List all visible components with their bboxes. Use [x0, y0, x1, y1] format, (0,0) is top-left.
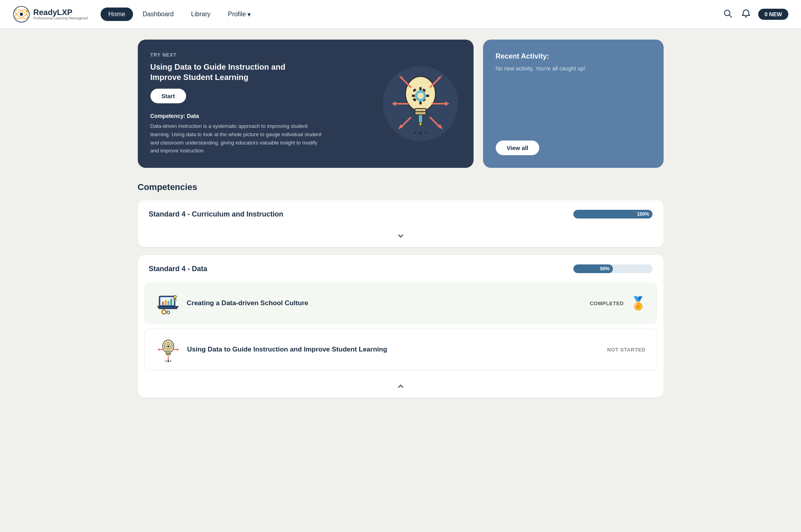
data-culture-icon	[155, 291, 181, 316]
logo-text: ReadyLXP Professional Learning Reimagine…	[33, 8, 88, 21]
main-content: TRY NEXT Using Data to Guide Instruction…	[124, 28, 678, 416]
svg-rect-12	[419, 87, 422, 90]
svg-marker-57	[177, 348, 179, 351]
expand-btn-2[interactable]	[138, 375, 664, 397]
expand-btn-1[interactable]	[138, 228, 664, 247]
try-next-label: TRY NEXT	[150, 52, 461, 58]
competency-name-2: Standard 4 - Data	[149, 265, 207, 273]
nav-library[interactable]: Library	[183, 8, 219, 21]
search-button[interactable]	[722, 8, 734, 21]
course-status-2: NOT STARTED	[607, 347, 646, 353]
competency-header-1: Standard 4 - Curriculum and Instruction …	[138, 200, 664, 228]
svg-rect-10	[415, 112, 426, 115]
progress-pct-2: 50%	[600, 266, 609, 272]
progress-bar-fill-1: 100%	[573, 210, 653, 218]
hero-section: TRY NEXT Using Data to Guide Instruction…	[138, 40, 664, 168]
try-next-card: TRY NEXT Using Data to Guide Instruction…	[138, 40, 474, 168]
svg-point-37	[414, 131, 416, 134]
nav-links: Home Dashboard Library Profile ▾	[101, 8, 719, 21]
svg-point-38	[425, 131, 427, 134]
competency-card-2: Standard 4 - Data 50%	[138, 255, 664, 397]
progress-bar-fill-2: 50%	[573, 264, 613, 273]
new-badge: 0 NEW	[758, 9, 788, 20]
bulb-illustration	[377, 60, 464, 147]
competency-name-1: Standard 4 - Curriculum and Instruction	[149, 210, 283, 218]
svg-point-21	[417, 93, 424, 99]
start-button[interactable]: Start	[150, 89, 186, 103]
progress-container-1: 100%	[573, 210, 653, 218]
svg-point-3	[20, 13, 23, 16]
try-next-title: Using Data to Guide Instruction and Impr…	[150, 62, 317, 82]
svg-rect-15	[426, 95, 429, 97]
course-item-2[interactable]: Using Data to Guide Instruction and Impr…	[144, 329, 657, 370]
bell-icon	[742, 9, 750, 18]
competency-desc: Data-driven instruction is a systematic …	[150, 122, 325, 155]
svg-marker-59	[157, 348, 160, 351]
svg-point-64	[170, 361, 171, 362]
course-icon-1	[155, 291, 181, 316]
course-icon-2	[156, 337, 181, 362]
course-item-left-1: Creating a Data-driven School Culture	[155, 291, 308, 316]
progress-bar-wrap-2: 50%	[573, 264, 653, 273]
dropdown-arrow-icon: ▾	[247, 11, 251, 18]
logo-icon	[13, 6, 30, 23]
recent-activity-message: No new activity. You're all caught up!	[496, 65, 651, 117]
progress-pct-1: 100%	[637, 211, 649, 217]
award-icon-1: 🏅	[630, 296, 646, 311]
svg-rect-22	[419, 115, 422, 123]
svg-point-48	[167, 312, 169, 313]
svg-point-49	[173, 295, 177, 298]
notifications-button[interactable]	[740, 8, 752, 21]
progress-bar-wrap-1: 100%	[573, 210, 653, 218]
competency-header-2: Standard 4 - Data 50%	[138, 255, 664, 283]
svg-point-4	[26, 10, 28, 12]
svg-point-55	[167, 346, 169, 348]
guide-instruction-icon	[156, 337, 181, 362]
chevron-up-icon	[396, 382, 405, 391]
logo-subtitle: Professional Learning Reimagined	[33, 17, 88, 21]
nav-profile[interactable]: Profile ▾	[220, 8, 258, 21]
search-icon	[723, 9, 732, 18]
recent-activity-title: Recent Activity:	[496, 52, 651, 61]
competency-card-1: Standard 4 - Curriculum and Instruction …	[138, 200, 664, 247]
svg-rect-9	[415, 108, 426, 112]
svg-rect-13	[419, 101, 422, 104]
logo-title: ReadyLXP	[33, 8, 88, 17]
svg-point-5	[724, 10, 730, 15]
svg-rect-41	[162, 302, 164, 305]
progress-container-2: 50%	[573, 264, 653, 273]
nav-home[interactable]: Home	[101, 8, 133, 21]
chevron-down-icon-1	[396, 231, 405, 241]
svg-rect-52	[166, 353, 170, 355]
svg-point-62	[167, 361, 169, 362]
svg-line-6	[729, 15, 732, 17]
nav-right: 0 NEW	[722, 8, 788, 21]
logo[interactable]: ReadyLXP Professional Learning Reimagine…	[13, 6, 88, 23]
svg-point-63	[165, 361, 166, 362]
course-title-2: Using Data to Guide Instruction and Impr…	[187, 346, 387, 353]
section-title: Competencies	[138, 182, 664, 192]
nav-dashboard[interactable]: Dashboard	[135, 8, 181, 21]
navbar: ReadyLXP Professional Learning Reimagine…	[0, 0, 801, 28]
course-item-1[interactable]: Creating a Data-driven School Culture CO…	[144, 283, 657, 324]
svg-rect-42	[165, 300, 167, 305]
view-all-button[interactable]: View all	[496, 141, 540, 155]
recent-activity-card: Recent Activity: No new activity. You're…	[483, 40, 664, 168]
svg-rect-14	[412, 95, 415, 97]
svg-point-36	[419, 132, 422, 135]
course-title-1: Creating a Data-driven School Culture	[187, 299, 308, 307]
svg-rect-44	[170, 299, 172, 305]
course-item-left-2: Using Data to Guide Instruction and Impr…	[156, 337, 387, 362]
svg-rect-43	[167, 301, 169, 305]
competencies-section: Competencies Standard 4 - Curriculum and…	[138, 182, 664, 397]
svg-point-46	[163, 311, 165, 313]
course-status-1: COMPLETED	[590, 300, 624, 306]
hero-illustration	[377, 60, 464, 147]
course-right-1: COMPLETED 🏅	[590, 296, 646, 311]
svg-rect-51	[166, 352, 171, 353]
course-right-2: NOT STARTED	[607, 347, 646, 353]
